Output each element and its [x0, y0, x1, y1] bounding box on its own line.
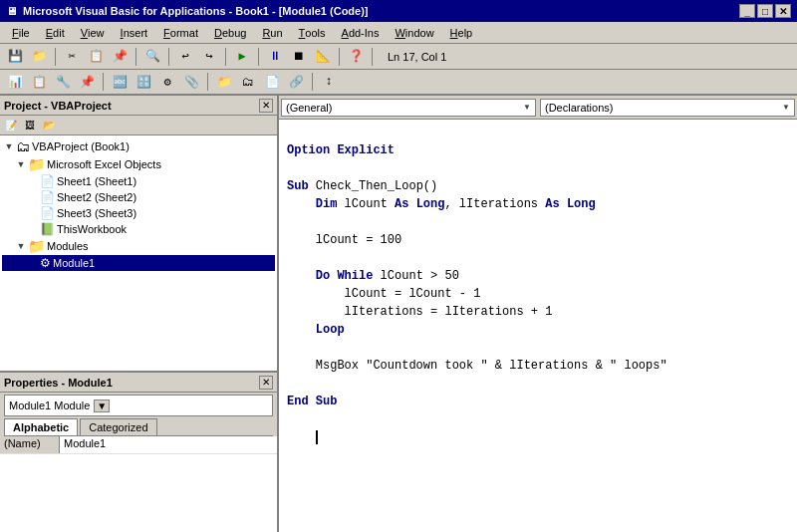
title-bar: 🖥 Microsoft Visual Basic for Application… — [0, 0, 797, 22]
project-tree[interactable]: ▼ 🗂 VBAProject (Book1) ▼ 📁 Microsoft Exc… — [0, 135, 277, 371]
tree-modules[interactable]: ▼ 📁 Modules — [2, 237, 275, 255]
tb2-btn-1[interactable]: 📊 — [4, 72, 26, 92]
project-toolbar: 📝 🖼 📂 — [0, 116, 277, 135]
code-dropdown-decl-label: (Declarations) — [545, 102, 613, 114]
code-dropdown-declarations[interactable]: (Declarations) ▼ — [540, 99, 795, 117]
prop-name-label: (Name) — [0, 436, 60, 453]
tree-module1[interactable]: ⚙ Module1 — [2, 255, 275, 271]
project-close-button[interactable]: ✕ — [259, 99, 273, 113]
tb-btn-cut[interactable]: ✂ — [61, 47, 83, 67]
tb2-btn-11[interactable]: 📄 — [261, 72, 283, 92]
minimize-button[interactable]: _ — [739, 4, 755, 18]
tb-btn-redo[interactable]: ↪ — [198, 47, 220, 67]
code-line — [287, 375, 789, 393]
tree-thisworkbook[interactable]: 📗 ThisWorkbook — [2, 221, 275, 237]
toolbar-sep-2 — [135, 48, 136, 66]
code-line — [287, 124, 789, 141]
tb-btn-reset[interactable]: ⏹ — [288, 47, 310, 67]
menu-debug[interactable]: Debug — [206, 22, 254, 43]
tb-btn-paste[interactable]: 📌 — [109, 47, 131, 67]
prop-module-text: Module1 Module — [9, 399, 90, 411]
proj-view-object[interactable]: 🖼 — [21, 118, 39, 133]
expander-modules[interactable]: ▼ — [16, 241, 26, 251]
tb2-btn-extra[interactable]: ↕ — [318, 72, 340, 92]
toolbar-sep-3 — [168, 48, 169, 66]
menu-window[interactable]: Window — [387, 22, 441, 43]
toolbar1: 💾 📁 ✂ 📋 📌 🔍 ↩ ↪ ▶ ⏸ ⏹ 📐 ❓ Ln 17, Col 1 — [0, 44, 797, 70]
tb-btn-break[interactable]: ⏸ — [264, 47, 286, 67]
expander-excel-objects[interactable]: ▼ — [16, 159, 26, 169]
prop-tabs: Alphabetic Categorized — [4, 418, 273, 436]
menu-view[interactable]: View — [73, 22, 113, 43]
code-line: MsgBox "Countdown took " & lIterations &… — [287, 357, 789, 375]
properties-close-button[interactable]: ✕ — [259, 376, 273, 390]
proj-view-code[interactable]: 📝 — [2, 118, 20, 133]
tb2-sep-3 — [312, 73, 313, 91]
tb-btn-1[interactable]: 💾 — [4, 47, 26, 67]
tree-sheet1[interactable]: 📄 Sheet1 (Sheet1) — [2, 173, 275, 189]
tree-vbaproject[interactable]: ▼ 🗂 VBAProject (Book1) — [2, 137, 275, 155]
title-controls: _ □ ✕ — [739, 4, 791, 18]
tb2-btn-7[interactable]: ⚙ — [156, 72, 178, 92]
prop-module-label: Module1 Module ▼ — [4, 395, 273, 416]
prop-tab-alphabetic[interactable]: Alphabetic — [4, 418, 78, 435]
code-line: Dim lCount As Long, lIterations As Long — [287, 195, 789, 213]
code-line — [287, 249, 789, 267]
tb2-sep-2 — [207, 73, 208, 91]
menu-format[interactable]: Format — [155, 22, 206, 43]
menu-help[interactable]: Help — [442, 22, 481, 43]
menu-run[interactable]: Run — [254, 22, 290, 43]
prop-module-dropdown[interactable]: ▼ — [94, 399, 110, 412]
toolbar-sep-7 — [372, 48, 373, 66]
expander-vbaproject[interactable]: ▼ — [4, 141, 14, 151]
prop-row-name: (Name) Module1 — [0, 436, 277, 454]
menu-edit[interactable]: Edit — [38, 22, 73, 43]
tb2-btn-5[interactable]: 🔤 — [109, 72, 131, 92]
code-panel[interactable]: (General) ▼ (Declarations) ▼ Option Expl… — [279, 96, 797, 532]
prop-table: (Name) Module1 — [0, 436, 277, 532]
code-dropdown-general[interactable]: (General) ▼ — [281, 99, 536, 117]
tree-sheet2[interactable]: 📄 Sheet2 (Sheet2) — [2, 189, 275, 205]
code-line — [287, 159, 789, 177]
tb2-btn-12[interactable]: 🔗 — [285, 72, 307, 92]
menu-insert[interactable]: Insert — [113, 22, 156, 43]
tb-btn-copy[interactable]: 📋 — [85, 47, 107, 67]
menu-file[interactable]: File — [4, 22, 38, 43]
code-cursor-line — [287, 428, 789, 446]
tb2-btn-10[interactable]: 🗂 — [237, 72, 259, 92]
tree-label-excel-objects: Microsoft Excel Objects — [47, 158, 161, 170]
proj-toggle-folders[interactable]: 📂 — [40, 118, 58, 133]
project-title: Project - VBAProject — [4, 100, 112, 112]
tb2-btn-8[interactable]: 📎 — [180, 72, 202, 92]
maximize-button[interactable]: □ — [757, 4, 773, 18]
tb2-btn-4[interactable]: 📌 — [76, 72, 98, 92]
tb-btn-undo[interactable]: ↩ — [174, 47, 196, 67]
code-line: Loop — [287, 321, 789, 339]
prop-tab-categorized[interactable]: Categorized — [80, 418, 156, 435]
properties-header: Properties - Module1 ✕ — [0, 373, 277, 393]
tb-btn-2[interactable]: 📁 — [28, 47, 50, 67]
code-dropdown-general-label: (General) — [286, 102, 332, 114]
menu-tools[interactable]: Tools — [291, 22, 334, 43]
toolbar2: 📊 📋 🔧 📌 🔤 🔠 ⚙ 📎 📁 🗂 📄 🔗 ↕ — [0, 70, 797, 96]
tb-btn-find[interactable]: 🔍 — [141, 47, 163, 67]
close-button[interactable]: ✕ — [775, 4, 791, 18]
tb-btn-run[interactable]: ▶ — [231, 47, 253, 67]
toolbar-sep-5 — [258, 48, 259, 66]
code-editor[interactable]: Option Explicit Sub Check_Then_Loop() Di… — [279, 120, 797, 532]
chevron-down-icon-2: ▼ — [782, 103, 790, 112]
tree-sheet3[interactable]: 📄 Sheet3 (Sheet3) — [2, 205, 275, 221]
chevron-down-icon: ▼ — [523, 103, 531, 112]
tb2-btn-9[interactable]: 📁 — [213, 72, 235, 92]
code-dropdown-bar: (General) ▼ (Declarations) ▼ — [279, 96, 797, 120]
tree-label-sheet1: Sheet1 (Sheet1) — [57, 175, 136, 187]
tree-excel-objects[interactable]: ▼ 📁 Microsoft Excel Objects — [2, 155, 275, 173]
tb-btn-design[interactable]: 📐 — [312, 47, 334, 67]
code-line: Do While lCount > 50 — [287, 267, 789, 285]
prop-value-module1[interactable]: Module1 — [60, 436, 277, 453]
tb2-btn-6[interactable]: 🔠 — [133, 72, 154, 92]
tb2-btn-3[interactable]: 🔧 — [52, 72, 74, 92]
tb2-btn-2[interactable]: 📋 — [28, 72, 50, 92]
tb-btn-help[interactable]: ❓ — [345, 47, 367, 67]
menu-addins[interactable]: Add-Ins — [334, 22, 388, 43]
